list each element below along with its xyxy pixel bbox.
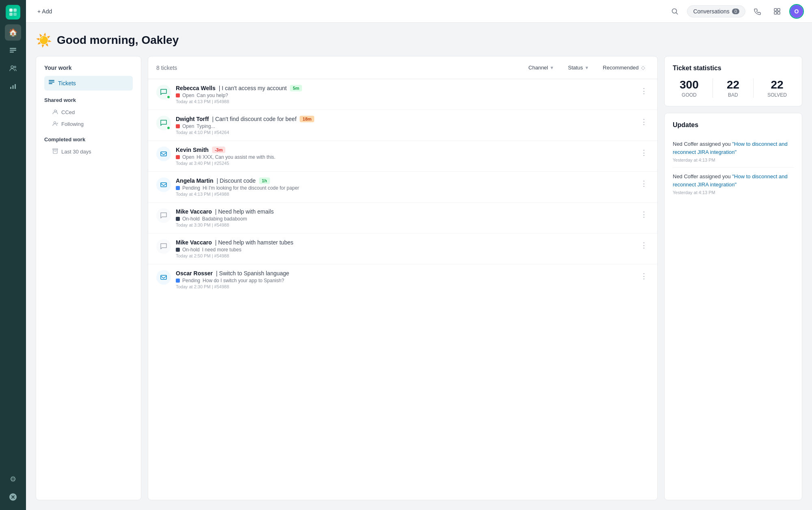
stat-bad-label: BAD [727,92,739,98]
content-grid: Your work Tickets Shared work [36,56,802,500]
sidebar-item-tickets[interactable] [5,42,21,58]
ticket-subject: | Need help with emails [215,208,274,215]
ticket-title-row: Oscar Rosser | Switch to Spanish languag… [176,270,634,277]
ticket-status-row: Pending Hi I'm looking for the discount … [176,185,634,191]
search-button[interactable] [667,4,682,19]
table-row[interactable]: Dwight Torff | Can't find discount code … [148,110,657,141]
ticket-name: Oscar Rosser [176,270,213,277]
nav-tickets[interactable]: Tickets [44,76,133,91]
channel-icon [156,116,171,130]
ticket-title-row: Rebecca Wells | I can't access my accoun… [176,85,634,91]
tickets-header: 8 tickets Channel ▾ Status ▾ Recommended… [148,56,657,79]
ticket-preview: Typing... [197,123,215,129]
channel-filter[interactable]: Channel ▾ [525,62,557,73]
ticket-content: Oscar Rosser | Switch to Spanish languag… [176,270,634,289]
ticket-meta: Today at 4:13 PM | #54988 [176,192,634,197]
svg-rect-13 [774,9,777,11]
nav-last30[interactable]: Last 30 days [44,146,133,158]
ticket-actions-menu[interactable]: ⋮ [639,270,649,282]
sidebar-item-settings[interactable]: ⚙ [5,471,21,487]
svg-point-20 [54,110,56,112]
ticket-name: Dwight Torff [176,116,209,122]
stat-solved-number: 22 [767,78,787,91]
ticket-actions-menu[interactable]: ⋮ [639,85,649,97]
ticket-title-row: Mike Vaccaro | Need help with emails [176,208,634,215]
table-row[interactable]: Mike Vaccaro | Need help with emails On-… [148,203,657,233]
svg-rect-4 [10,48,16,49]
ticket-status: Open [182,93,194,98]
ticket-meta: Today at 3:30 PM | #54988 [176,223,634,227]
sidebar-item-users[interactable] [5,60,21,76]
update-link[interactable]: "How to disconnect and reconnect JIRA in… [673,173,788,188]
channel-icon [156,270,171,285]
status-filter[interactable]: Status ▾ [564,62,592,73]
sidebar-item-reports[interactable] [5,78,21,94]
stats-row: 300 GOOD 22 BAD 22 SOLVED [673,78,794,98]
sidebar-item-home[interactable]: 🏠 [5,24,21,41]
ticket-actions-menu[interactable]: ⋮ [639,208,649,220]
recommended-sort[interactable]: Recommended ◇ [599,62,649,73]
status-dot [176,93,180,97]
svg-rect-15 [774,12,777,14]
ticket-name: Kevin Smith [176,147,209,153]
tickets-icon [48,79,55,87]
update-link[interactable]: "How to disconnect and reconnect JIRA in… [673,141,788,155]
ticket-actions-menu[interactable]: ⋮ [639,177,649,190]
ticket-name: Angela Martin [176,177,214,184]
your-work-title: Your work [44,65,133,71]
nav-cced[interactable]: CCed [44,106,133,118]
table-row[interactable]: Oscar Rosser | Switch to Spanish languag… [148,264,657,295]
conversations-count: 0 [732,9,739,14]
conversations-button[interactable]: Conversations 0 [687,5,745,17]
grid-view-button[interactable] [770,4,784,19]
channel-icon [156,177,171,192]
left-panel: Your work Tickets Shared work [36,56,141,500]
svg-rect-23 [53,150,57,153]
ticket-meta: Today at 4:13 PM | #54988 [176,99,634,104]
list-item: Ned Coffer assigned you "How to disconne… [673,135,794,168]
ticket-name: Mike Vaccaro [176,239,212,246]
svg-rect-26 [161,275,166,279]
shared-work-title: Shared work [44,97,133,103]
nav-following[interactable]: Following [44,118,133,130]
ticket-name: Mike Vaccaro [176,208,212,215]
avatar-initials: O [790,5,803,18]
ticket-status-row: Open Hi XXX, Can you assist me with this… [176,154,634,160]
ticket-status-row: On-hold I need more tubes [176,247,634,253]
completed-work-title: Completed work [44,136,133,143]
table-row[interactable]: Angela Martin | Discount code1h Pending … [148,172,657,203]
ticket-meta: Today at 4:10 PM | #54264 [176,130,634,135]
stat-solved-label: SOLVED [767,92,787,98]
tickets-count: 8 tickets [156,65,177,71]
svg-rect-6 [10,52,14,53]
ticket-subject: | Discount code [217,177,256,184]
stat-good-label: GOOD [680,92,699,98]
status-dot [176,248,180,252]
following-icon [52,121,58,128]
add-button[interactable]: + Add [34,6,55,16]
conversations-label: Conversations [693,8,730,15]
stats-title: Ticket statistics [673,65,794,72]
table-row[interactable]: Mike Vaccaro | Need help with hamster tu… [148,233,657,264]
update-time: Yesterday at 4:13 PM [673,190,794,195]
table-row[interactable]: Rebecca Wells | I can't access my accoun… [148,79,657,110]
ticket-status: On-hold [182,247,200,253]
ticket-actions-menu[interactable]: ⋮ [639,116,649,128]
archive-icon [52,148,58,155]
ticket-actions-menu[interactable]: ⋮ [639,147,649,159]
ticket-title-row: Kevin Smith-3m [176,147,634,153]
sidebar-item-zendesk[interactable] [5,489,21,505]
app-logo[interactable] [6,5,20,19]
time-badge: 1h [259,177,270,184]
sidebar: 🏠 ⚙ [0,0,26,510]
phone-button[interactable] [750,4,765,19]
user-avatar[interactable]: O [789,4,804,19]
stat-solved: 22 SOLVED [767,78,787,98]
ticket-preview: Hi I'm looking for the discount code for… [203,185,299,191]
svg-rect-24 [161,152,166,156]
greeting-emoji: ☀️ [36,32,52,48]
ticket-actions-menu[interactable]: ⋮ [639,239,649,251]
table-row[interactable]: Kevin Smith-3m Open Hi XXX, Can you assi… [148,141,657,172]
channel-label: Channel [529,65,548,71]
ticket-status: Pending [182,185,200,191]
